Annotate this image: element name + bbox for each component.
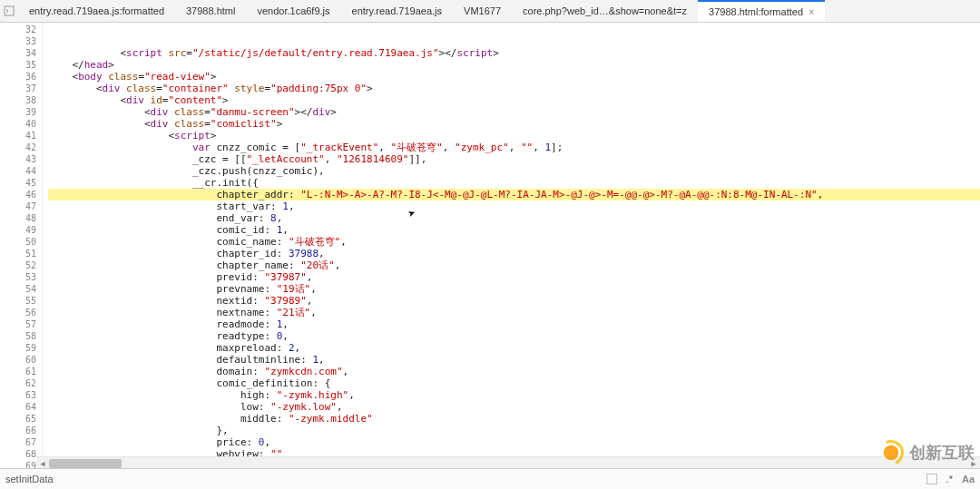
tab[interactable]: entry.read.719aea.js xyxy=(341,0,453,22)
code-line[interactable]: price: 0, xyxy=(48,436,980,448)
code-line[interactable]: maxpreload: 2, xyxy=(48,342,980,354)
line-number: 50 xyxy=(0,236,36,248)
code-line[interactable]: start_var: 1, xyxy=(48,200,980,212)
line-number: 61 xyxy=(0,366,36,377)
code-line[interactable]: readmode: 1, xyxy=(48,318,980,330)
line-number: 57 xyxy=(0,318,36,330)
code-area[interactable]: <script src="/static/js/default/entry.re… xyxy=(43,23,980,470)
code-line[interactable]: _czc = [["_letAccount", "1261814609"]], xyxy=(48,153,980,165)
line-number: 55 xyxy=(0,295,36,307)
code-line[interactable]: high: "-zymk.high", xyxy=(48,389,980,401)
line-number: 56 xyxy=(0,307,36,318)
code-line[interactable]: chapter_id: 37988, xyxy=(48,248,980,259)
code-line[interactable]: var cnzz_comic = ["_trackEvent", "斗破苍穹",… xyxy=(48,142,980,153)
page-icon xyxy=(0,5,18,16)
line-number: 66 xyxy=(0,425,36,436)
match-case-toggle[interactable]: Aa xyxy=(962,474,975,484)
line-number: 39 xyxy=(0,106,36,118)
line-number: 33 xyxy=(0,35,36,47)
code-line[interactable]: <div class="container" style="padding:75… xyxy=(48,83,980,94)
line-number: 64 xyxy=(0,401,36,413)
line-number: 63 xyxy=(0,389,36,401)
regex-hint: .* xyxy=(946,474,953,484)
editor: 3233343536373839404142434445464748495051… xyxy=(0,23,980,470)
line-number: 65 xyxy=(0,413,36,425)
regex-toggle[interactable] xyxy=(926,474,937,484)
line-number: 58 xyxy=(0,330,36,342)
document-icon xyxy=(4,5,15,16)
line-number: 41 xyxy=(0,130,36,142)
line-number: 36 xyxy=(0,71,36,83)
line-number: 52 xyxy=(0,259,36,271)
line-number: 42 xyxy=(0,142,36,153)
code-line[interactable]: comic_definition: { xyxy=(48,377,980,389)
code-line[interactable]: prevname: "19话", xyxy=(48,283,980,295)
line-number: 67 xyxy=(0,436,36,448)
line-number: 43 xyxy=(0,153,36,165)
line-number: 34 xyxy=(0,47,36,59)
code-line[interactable]: domain: "zymkcdn.com", xyxy=(48,366,980,377)
line-number: 62 xyxy=(0,377,36,389)
code-line[interactable]: chapter_addr: "L-:N-M>-A>-A?-M?-I8-J<-M@… xyxy=(48,189,980,200)
line-number: 40 xyxy=(0,118,36,130)
line-number: 35 xyxy=(0,59,36,71)
code-line[interactable]: chapter_name: "20话", xyxy=(48,259,980,271)
line-number: 32 xyxy=(0,24,36,35)
code-line[interactable]: _czc.push(cnzz_comic), xyxy=(48,165,980,177)
tab[interactable]: entry.read.719aea.js:formatted xyxy=(18,0,175,22)
code-line[interactable]: readtype: 0, xyxy=(48,330,980,342)
code-line[interactable]: comic_id: 1, xyxy=(48,224,980,236)
code-line[interactable]: comic_name: "斗破苍穹", xyxy=(48,236,980,248)
code-line[interactable]: __cr.init({ xyxy=(48,177,980,189)
line-number: 54 xyxy=(0,283,36,295)
code-line[interactable]: <script> xyxy=(48,130,980,142)
line-number: 46 xyxy=(0,189,36,200)
close-icon[interactable]: × xyxy=(808,6,814,17)
code-line[interactable]: <body class="read-view"> xyxy=(48,71,980,83)
line-number: 37 xyxy=(0,83,36,94)
line-number: 49 xyxy=(0,224,36,236)
scroll-thumb[interactable] xyxy=(49,459,122,468)
code-line[interactable]: nextname: "21话", xyxy=(48,307,980,318)
tab[interactable]: vendor.1ca6f9.js xyxy=(246,0,340,22)
code-line[interactable]: <script src="/static/js/default/entry.re… xyxy=(48,47,980,59)
code-line[interactable]: }, xyxy=(48,425,980,436)
line-number: 59 xyxy=(0,342,36,354)
line-number: 44 xyxy=(0,165,36,177)
code-line[interactable]: <div class="danmu-screen"></div> xyxy=(48,106,980,118)
code-line[interactable]: <div class="comiclist"> xyxy=(48,118,980,130)
watermark: 创新互联 xyxy=(878,440,975,465)
line-number: 48 xyxy=(0,212,36,224)
line-number-gutter: 3233343536373839404142434445464748495051… xyxy=(0,23,43,470)
tab[interactable]: VM1677 xyxy=(453,0,512,22)
code-line[interactable]: previd: "37987", xyxy=(48,271,980,283)
line-number: 51 xyxy=(0,248,36,259)
line-number: 38 xyxy=(0,94,36,106)
tabbar: entry.read.719aea.js:formatted37988.html… xyxy=(0,0,980,23)
watermark-logo-icon xyxy=(878,440,904,465)
code-line[interactable]: defaultminline: 1, xyxy=(48,354,980,366)
code-line[interactable]: low: "-zymk.low", xyxy=(48,401,980,413)
line-number: 68 xyxy=(0,448,36,460)
watermark-text: 创新互联 xyxy=(909,442,975,464)
statusbar: setInitData .* Aa xyxy=(0,468,980,489)
line-number: 53 xyxy=(0,271,36,283)
code-line[interactable]: nextid: "37989", xyxy=(48,295,980,307)
tab[interactable]: core.php?web_id…&show=none&t=z xyxy=(512,0,698,22)
tab[interactable]: 37988.html xyxy=(175,0,246,22)
tab[interactable]: 37988.html:formatted× xyxy=(698,0,825,22)
code-line[interactable]: </head> xyxy=(48,59,980,71)
code-line[interactable]: end_var: 8, xyxy=(48,212,980,224)
status-left-text: setInitData xyxy=(5,474,54,484)
line-number: 45 xyxy=(0,177,36,189)
svg-rect-0 xyxy=(5,6,14,15)
code-line[interactable]: middle: "-zymk.middle" xyxy=(48,413,980,425)
line-number: 47 xyxy=(0,200,36,212)
line-number: 60 xyxy=(0,354,36,366)
code-line[interactable]: <div id="content"> xyxy=(48,94,980,106)
